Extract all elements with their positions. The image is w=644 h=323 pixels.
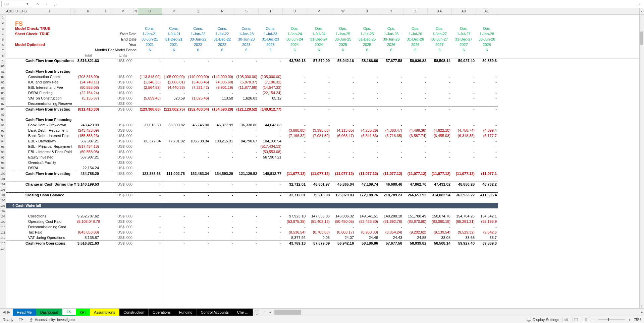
row-header[interactable]: 94 — [0, 139, 6, 144]
column-header[interactable]: I — [71, 8, 73, 14]
cell[interactable] — [14, 58, 19, 64]
cell[interactable]: Ops. — [307, 26, 331, 31]
cell[interactable] — [6, 214, 9, 219]
cell[interactable]: - — [138, 182, 162, 187]
cell[interactable]: - — [210, 155, 234, 160]
cell[interactable]: 2026 — [404, 42, 428, 48]
cell[interactable]: - — [210, 235, 234, 241]
cell[interactable] — [138, 117, 162, 123]
cell[interactable] — [24, 224, 27, 230]
cell[interactable] — [186, 187, 210, 192]
cell[interactable] — [19, 90, 22, 96]
cell[interactable] — [234, 117, 259, 123]
cell[interactable] — [404, 208, 428, 214]
cell[interactable] — [19, 128, 22, 133]
cell[interactable]: 1-Jul-25 — [355, 31, 379, 37]
cell[interactable]: Bank Debt - Repayment — [27, 128, 76, 133]
cell[interactable]: US$ '000 — [112, 214, 134, 219]
cell[interactable] — [186, 160, 210, 166]
cell[interactable]: - — [307, 96, 331, 101]
cell[interactable] — [24, 166, 27, 171]
cell[interactable]: (4,805.60) — [210, 80, 234, 85]
cell[interactable] — [11, 15, 14, 20]
cell[interactable]: 6 — [452, 48, 476, 53]
cell[interactable]: US$ '000 — [112, 85, 134, 90]
row-header[interactable]: 105 — [0, 198, 6, 203]
cell[interactable]: 154,593.29 — [210, 171, 234, 176]
cell[interactable]: - — [259, 235, 283, 241]
cell[interactable] — [100, 208, 112, 214]
cell[interactable] — [9, 139, 11, 144]
cell[interactable]: Model Check: TRUE — [14, 26, 76, 31]
cell[interactable] — [71, 20, 73, 26]
cell[interactable]: - — [331, 74, 355, 80]
cell[interactable] — [186, 15, 210, 20]
cell[interactable]: 1-Jan-28 — [476, 31, 498, 37]
cell[interactable]: 6 — [379, 48, 404, 53]
cell[interactable] — [134, 74, 138, 80]
cell[interactable]: - — [476, 107, 498, 112]
cell[interactable]: Change in Cash During the Year — [24, 182, 76, 187]
cell[interactable] — [14, 101, 19, 107]
cell[interactable] — [22, 117, 24, 123]
cell[interactable]: 24.85 — [404, 235, 428, 241]
column-header[interactable]: E — [19, 8, 22, 14]
zoom-out-button[interactable]: − — [593, 318, 595, 322]
cell[interactable] — [331, 53, 355, 58]
row-header[interactable]: 3 — [0, 26, 6, 31]
scroll-down-icon[interactable]: ▼ — [640, 304, 644, 308]
cell[interactable]: 125,079.03 — [331, 192, 355, 198]
column-header[interactable]: P — [162, 8, 186, 14]
cell[interactable]: 8,377.92 — [283, 235, 307, 241]
column-header[interactable]: H — [27, 8, 71, 14]
cell[interactable] — [186, 20, 210, 26]
cell[interactable]: - — [162, 133, 186, 139]
cell[interactable] — [210, 166, 234, 171]
cell[interactable]: 567,987.21 — [259, 155, 283, 160]
cell[interactable]: 121,129.52 — [234, 171, 259, 176]
cell[interactable]: (2,086.01) — [162, 80, 186, 85]
cell[interactable] — [134, 149, 138, 155]
cell[interactable] — [331, 112, 355, 117]
cell[interactable] — [210, 112, 234, 117]
cell[interactable] — [134, 69, 138, 74]
cell[interactable]: 172,188.76 — [355, 192, 379, 198]
cell[interactable]: 2025 — [355, 42, 379, 48]
cell[interactable] — [210, 15, 234, 20]
cell[interactable] — [259, 15, 283, 20]
cell[interactable] — [22, 64, 24, 69]
cell[interactable]: 31-Dec-27 — [452, 37, 476, 42]
cell[interactable]: - — [162, 214, 186, 219]
fx-icon[interactable]: fx — [53, 2, 58, 6]
cell[interactable]: US$ '000 — [112, 192, 134, 198]
cell[interactable] — [210, 101, 234, 107]
cell[interactable]: 44,643.83 — [259, 123, 283, 128]
cell[interactable] — [6, 64, 9, 69]
horizontal-scrollbar[interactable]: ◀ ▶ — [268, 309, 644, 316]
cell[interactable]: - — [138, 241, 162, 246]
cell[interactable]: - — [452, 123, 476, 128]
cell[interactable] — [73, 176, 76, 182]
cell[interactable] — [9, 107, 11, 112]
cell[interactable] — [22, 219, 24, 224]
cell[interactable]: (83,670.90) — [404, 219, 428, 224]
cell[interactable] — [134, 192, 138, 198]
cell[interactable]: 31-Dec-26 — [404, 37, 428, 42]
cell[interactable]: 6 — [259, 48, 283, 53]
cell[interactable] — [24, 90, 27, 96]
cell[interactable]: - — [452, 74, 476, 80]
cell[interactable]: 46,377.99 — [210, 123, 234, 128]
cell[interactable] — [331, 198, 355, 203]
cell[interactable] — [14, 166, 19, 171]
cell[interactable] — [100, 26, 112, 31]
cell[interactable] — [452, 53, 476, 58]
cell[interactable] — [100, 101, 112, 107]
cell[interactable] — [476, 53, 498, 58]
cell[interactable] — [100, 117, 112, 123]
cell[interactable]: EBL - Principal Repayment — [27, 144, 76, 149]
cell[interactable] — [355, 176, 379, 182]
cell[interactable] — [162, 53, 186, 58]
cell[interactable]: - — [428, 144, 452, 149]
cell[interactable] — [11, 149, 14, 155]
cell[interactable] — [259, 20, 283, 26]
